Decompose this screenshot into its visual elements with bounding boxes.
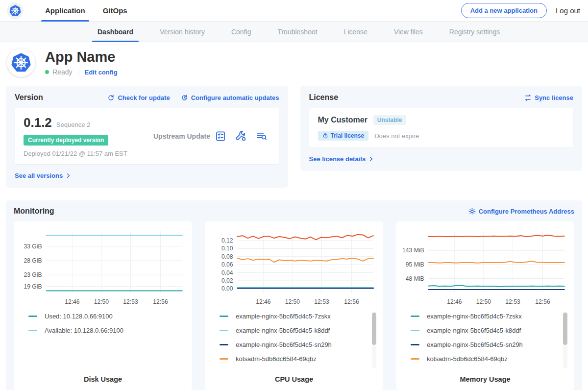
svg-text:33 GiB: 33 GiB bbox=[24, 243, 42, 250]
tab-view-files[interactable]: View files bbox=[381, 22, 436, 42]
chart-legend: example-nginx-5bc6f5d4c5-7zskxexample-ng… bbox=[210, 310, 378, 375]
license-type-badge: Trial license bbox=[318, 131, 369, 141]
version-card-title: Version bbox=[15, 93, 43, 102]
deployed-timestamp: Deployed 01/21/22 @ 11:57 am EST bbox=[24, 150, 148, 157]
version-actions bbox=[215, 130, 270, 142]
legend-label: example-nginx-5bc6f5d4c5-sn29h bbox=[236, 341, 332, 348]
gear-icon bbox=[468, 208, 476, 215]
tab-dashboard[interactable]: Dashboard bbox=[84, 22, 147, 42]
svg-text:0.12: 0.12 bbox=[221, 237, 233, 244]
tab-version-history[interactable]: Version history bbox=[147, 22, 218, 42]
refresh-icon bbox=[107, 94, 115, 101]
current-version-panel: 0.1.2 Sequence 2 Currently deployed vers… bbox=[15, 108, 279, 164]
chart-title: CPU Usage bbox=[210, 375, 378, 383]
svg-text:12:50: 12:50 bbox=[476, 298, 491, 305]
legend-scrollbar-track[interactable] bbox=[563, 312, 567, 368]
legend-scrollbar-thumb[interactable] bbox=[372, 313, 376, 345]
chevron-right-icon bbox=[66, 173, 71, 178]
chevron-right-icon bbox=[368, 156, 374, 162]
preflight-checks-icon[interactable] bbox=[215, 130, 226, 142]
legend-scrollbar-track[interactable] bbox=[372, 312, 376, 368]
monitoring-charts: 33 GiB28 GiB23 GiB19 GiB12:4612:5012:531… bbox=[14, 221, 574, 390]
svg-text:95 MiB: 95 MiB bbox=[406, 261, 424, 268]
deploy-logs-icon[interactable] bbox=[256, 130, 268, 142]
legend-swatch bbox=[411, 358, 419, 360]
tab-registry-settings[interactable]: Registry settings bbox=[436, 22, 513, 42]
sync-license-link[interactable]: Sync license bbox=[524, 94, 573, 101]
top-nav: ApplicationGitOps Add a new application … bbox=[0, 0, 588, 22]
sync-arrows-icon bbox=[524, 94, 532, 101]
add-application-button[interactable]: Add a new application bbox=[461, 3, 547, 18]
svg-text:12:53: 12:53 bbox=[505, 298, 520, 305]
kots-dashboard-page: ApplicationGitOps Add a new application … bbox=[0, 0, 588, 390]
tab-license[interactable]: License bbox=[331, 22, 381, 42]
chart-card-memory-usage: 143 MiB95 MiB48 MiB12:4612:5012:5312:56e… bbox=[396, 221, 574, 390]
svg-text:12:46: 12:46 bbox=[447, 298, 462, 305]
legend-label: kotsadm-5db6dc6584-69qbz bbox=[427, 355, 508, 363]
app-header: App Name Ready Edit config bbox=[0, 42, 588, 82]
legend-label: example-nginx-5bc6f5d4c5-sn29h bbox=[427, 341, 523, 348]
legend-scrollbar-thumb[interactable] bbox=[563, 313, 567, 345]
svg-text:23 GiB: 23 GiB bbox=[24, 271, 42, 278]
cards-row: Version Check for update bbox=[0, 82, 588, 188]
svg-text:12:46: 12:46 bbox=[65, 298, 80, 305]
legend-label: example-nginx-5bc6f5d4c5-k8ddf bbox=[236, 327, 330, 334]
tab-config[interactable]: Config bbox=[218, 22, 264, 42]
check-for-update-link[interactable]: Check for update bbox=[107, 94, 170, 101]
topnav-tab-application[interactable]: Application bbox=[36, 0, 94, 21]
legend-item: example-nginx-5bc6f5d4c5-k8ddf bbox=[220, 326, 367, 335]
svg-text:28 GiB: 28 GiB bbox=[24, 257, 42, 264]
chart-plot: 33 GiB28 GiB23 GiB19 GiB12:4612:5012:531… bbox=[19, 226, 187, 310]
license-card: License Sync license My Customer Unstabl… bbox=[300, 86, 583, 171]
svg-text:143 MiB: 143 MiB bbox=[402, 247, 424, 254]
legend-label: example-nginx-5bc6f5d4c5-7zskx bbox=[236, 313, 331, 320]
chart-title: Memory Usage bbox=[401, 375, 569, 383]
legend-swatch bbox=[220, 344, 228, 345]
svg-text:12:50: 12:50 bbox=[94, 298, 109, 305]
topnav-right: Add a new application Log out bbox=[461, 3, 580, 18]
legend-item: example-nginx-5bc6f5d4c5-7zskx bbox=[220, 312, 367, 321]
status-label: Ready bbox=[52, 68, 72, 76]
legend-label: Available: 10.128.0.66:9100 bbox=[45, 327, 123, 334]
svg-text:0.02: 0.02 bbox=[221, 277, 233, 284]
app-sub-nav: DashboardVersion historyConfigTroublesho… bbox=[0, 22, 588, 42]
app-status-row: Ready Edit config bbox=[45, 68, 118, 76]
license-expiry: Does not expire bbox=[374, 132, 419, 140]
chart-card-cpu-usage: 0.120.100.080.060.040.020.0012:4612:5012… bbox=[205, 221, 383, 390]
config-wrench-icon[interactable] bbox=[235, 130, 247, 142]
legend-item: example-nginx-5bc6f5d4c5-sn29h bbox=[220, 340, 367, 349]
legend-label: Used: 10.128.0.66:9100 bbox=[45, 313, 113, 320]
svg-text:0.04: 0.04 bbox=[221, 269, 233, 276]
topnav-tab-gitops[interactable]: GitOps bbox=[94, 0, 136, 21]
tab-troubleshoot[interactable]: Troubleshoot bbox=[264, 22, 330, 42]
divider bbox=[78, 69, 78, 76]
kubernetes-logo-icon bbox=[9, 4, 22, 17]
chart-legend: Used: 10.128.0.66:9100Available: 10.128.… bbox=[19, 310, 187, 375]
see-license-details-link[interactable]: See license details bbox=[309, 155, 374, 163]
legend-item: example-nginx-5bc6f5d4c5-7zskx bbox=[411, 312, 558, 321]
svg-text:0.10: 0.10 bbox=[221, 245, 233, 252]
edit-config-link[interactable]: Edit config bbox=[84, 69, 117, 76]
kubernetes-logo[interactable] bbox=[7, 2, 24, 19]
app-avatar bbox=[7, 49, 35, 77]
svg-text:12:46: 12:46 bbox=[256, 298, 271, 305]
license-panel: My Customer Unstable Trial license Does … bbox=[309, 108, 574, 147]
legend-item: example-nginx-5bc6f5d4c5-k8ddf bbox=[411, 326, 558, 335]
version-source-label: Upstream Update bbox=[148, 132, 215, 140]
legend-swatch bbox=[220, 330, 228, 331]
legend-swatch bbox=[411, 330, 419, 331]
see-all-versions-link[interactable]: See all versions bbox=[15, 172, 71, 179]
legend-label: kotsadm-5db6dc6584-69qbz bbox=[236, 355, 317, 363]
legend-item: Used: 10.128.0.66:9100 bbox=[28, 312, 175, 321]
legend-swatch bbox=[411, 316, 419, 317]
configure-automatic-updates-link[interactable]: Configure automatic updates bbox=[181, 94, 279, 101]
version-number: 0.1.2 bbox=[24, 115, 52, 130]
legend-swatch bbox=[220, 358, 228, 360]
svg-text:12:56: 12:56 bbox=[153, 298, 168, 305]
deployed-badge: Currently deployed version bbox=[24, 135, 108, 146]
legend-item: example-nginx-5bc6f5d4c5-sn29h bbox=[411, 340, 558, 349]
configure-prometheus-link[interactable]: Configure Prometheus Address bbox=[468, 208, 574, 215]
logout-link[interactable]: Log out bbox=[556, 6, 580, 15]
svg-text:0.00: 0.00 bbox=[221, 285, 233, 292]
chart-plot: 0.120.100.080.060.040.020.0012:4612:5012… bbox=[210, 226, 378, 310]
